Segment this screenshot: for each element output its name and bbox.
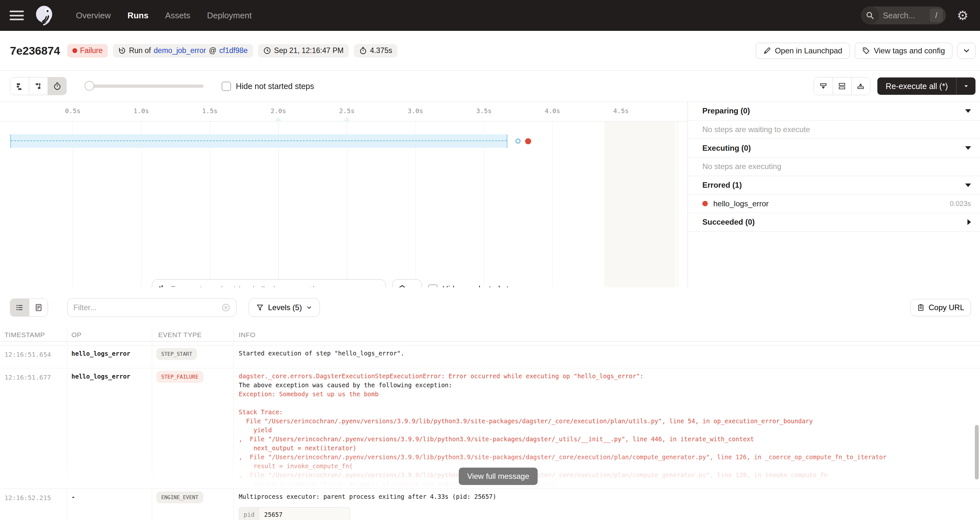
start-time-tag: Sep 21, 12:16:47 PM: [258, 44, 349, 57]
panel-empty-executing: No steps are executing: [688, 157, 980, 176]
slider-knob[interactable]: [84, 81, 94, 90]
gantt-view-mode-group: [10, 77, 67, 95]
status-badge: Failure: [67, 44, 108, 57]
nav-item-overview[interactable]: Overview: [76, 11, 111, 21]
flat-view-button[interactable]: [10, 78, 29, 95]
gantt-zoom-slider[interactable]: [85, 84, 204, 88]
waterfall-view-button[interactable]: [29, 78, 48, 95]
step-subset-placeholder: Type a step subset (ex: hello_logs_error…: [171, 284, 315, 287]
run-actions-dropdown-button[interactable]: [958, 43, 975, 59]
log-row-step-start[interactable]: 12:16:51.654 hello_logs_error STEP_START…: [0, 346, 980, 368]
nav-item-assets[interactable]: Assets: [165, 11, 190, 21]
nav-item-deployment[interactable]: Deployment: [207, 11, 251, 21]
event-type-badge: STEP_FAILURE: [156, 371, 203, 383]
structured-logs-button[interactable]: [29, 299, 48, 316]
panel-section-executing[interactable]: Executing (0): [688, 139, 980, 157]
axis-tick: 0.5s: [65, 107, 80, 115]
open-in-launchpad-button[interactable]: Open in Launchpad: [756, 43, 850, 59]
snapshot-id-link[interactable]: cf1df98e: [220, 46, 248, 55]
event-metadata-table: pid 25657: [239, 507, 350, 520]
metadata-value: 25657: [259, 507, 283, 520]
stack-trace-line: , File "/Users/erincochran/.pyenv/versio…: [239, 434, 967, 444]
filter-funnel-icon: [256, 304, 264, 311]
error-line: dagster._core.errors.DagsterExecutionSte…: [239, 371, 967, 380]
stopwatch-icon: [359, 47, 367, 55]
job-name-link[interactable]: demo_job_error: [154, 46, 206, 55]
search-icon: [861, 6, 879, 24]
log-filter-input[interactable]: Filter...: [67, 298, 237, 317]
event-type-badge: ENGINE_EVENT: [156, 491, 203, 503]
axis-tick: 4.5s: [613, 107, 628, 115]
pencil-icon: [763, 47, 771, 55]
timing-view-button[interactable]: [48, 78, 66, 95]
chevron-down-icon: [965, 146, 971, 150]
run-id-title: 7e236874: [10, 44, 60, 57]
error-line: Exception: Somebody set up us the bomb: [239, 390, 967, 398]
duration-tag: 4.375s: [354, 44, 397, 57]
collapse-up-button[interactable]: [851, 78, 870, 95]
axis-tick: 3.0s: [408, 107, 423, 115]
log-op-name: hello_logs_error: [72, 373, 130, 380]
log-view-mode-group: [10, 298, 48, 317]
chevron-down-icon: [306, 304, 312, 311]
log-info-text: Multiprocess executor: parent process ex…: [239, 492, 967, 501]
search-input[interactable]: Search... /: [861, 6, 946, 24]
panel-section-errored[interactable]: Errored (1): [688, 176, 980, 195]
partial-row: [0, 342, 980, 346]
axis-tick: 1.0s: [134, 107, 149, 115]
reexecute-dropdown-button[interactable]: [956, 78, 975, 95]
panel-section-preparing[interactable]: Preparing (0): [688, 102, 980, 120]
log-timestamp: 12:16:51.677: [5, 373, 51, 381]
log-info-text: Started execution of step "hello_logs_er…: [239, 349, 967, 358]
hide-not-started-checkbox[interactable]: [222, 82, 231, 91]
gear-icon[interactable]: ⚙: [957, 9, 969, 22]
log-table: TIMESTAMP OP EVENT TYPE INFO 12:16:51.65…: [0, 328, 980, 520]
metadata-key: pid: [239, 507, 259, 520]
axis-tick: 4.0s: [545, 107, 560, 115]
split-view-button[interactable]: [833, 78, 851, 95]
levels-dropdown-button[interactable]: Levels (5): [249, 298, 320, 317]
step-subset-input[interactable]: Type a step subset (ex: hello_logs_error…: [152, 279, 386, 287]
stack-trace-line: yield: [239, 425, 967, 434]
reexecute-all-button[interactable]: Re-execute all (*): [877, 78, 956, 95]
chevron-down-icon: [965, 109, 971, 113]
log-scrollbar-thumb[interactable]: [975, 425, 979, 479]
view-full-message-button[interactable]: View full message: [459, 468, 538, 485]
hamburger-menu-icon[interactable]: [10, 11, 24, 20]
log-filter-placeholder: Filter...: [73, 303, 221, 312]
log-row-engine-event[interactable]: 12:16:52.215 - ENGINE_EVENT Multiprocess…: [0, 489, 980, 520]
log-toolbar: Filter... Levels (5) Copy URL: [0, 287, 980, 328]
stack-trace-line: , File "/Users/erincochran/.pyenv/versio…: [239, 471, 967, 479]
dagster-logo-icon[interactable]: [35, 5, 55, 25]
stack-trace-line: , File "/Users/erincochran/.pyenv/versio…: [239, 452, 967, 461]
copy-url-button[interactable]: Copy URL: [910, 299, 971, 316]
unstructured-logs-button[interactable]: [10, 299, 29, 316]
log-op-name: hello_logs_error: [72, 350, 130, 357]
clear-filter-icon[interactable]: [221, 303, 231, 312]
errored-step-row[interactable]: hello_logs_error 0.023s: [688, 195, 980, 213]
history-icon: [118, 47, 126, 55]
log-row-step-failure[interactable]: 12:16:51.677 hello_logs_error STEP_FAILU…: [0, 368, 980, 489]
col-op: OP: [72, 331, 81, 339]
step-name: hello_logs_error: [713, 199, 768, 208]
panel-section-succeeded[interactable]: Succeeded (0): [688, 213, 980, 232]
stack-trace-line: result = invoke_compute_fn(: [239, 461, 967, 471]
view-tags-config-button[interactable]: View tags and config: [855, 43, 952, 59]
hide-not-started-label: Hide not started steps: [236, 82, 314, 91]
axis-tick: 1.5s: [202, 107, 218, 115]
nav-item-runs[interactable]: Runs: [127, 11, 148, 21]
hide-unselected-checkbox[interactable]: [428, 284, 438, 288]
gantt-step-bar[interactable]: [10, 134, 508, 148]
run-header: 7e236874 Failure Run of demo_job_error @…: [0, 31, 980, 71]
axis-tick: 2.0s: [270, 107, 286, 115]
axis-marker: [343, 117, 351, 122]
col-timestamp: TIMESTAMP: [5, 331, 45, 339]
main-nav: Overview Runs Assets Deployment: [76, 11, 251, 21]
stack-trace-line: return fn(context, **args_to_pass) if co…: [239, 479, 967, 488]
step-failure-marker-icon[interactable]: [525, 138, 531, 144]
graph-query-toggle-button[interactable]: [392, 279, 422, 287]
collapse-down-button[interactable]: [814, 78, 833, 95]
op-selector-icon: [158, 285, 166, 287]
step-end-marker-icon[interactable]: [515, 138, 520, 144]
error-dot-icon: [702, 201, 708, 206]
